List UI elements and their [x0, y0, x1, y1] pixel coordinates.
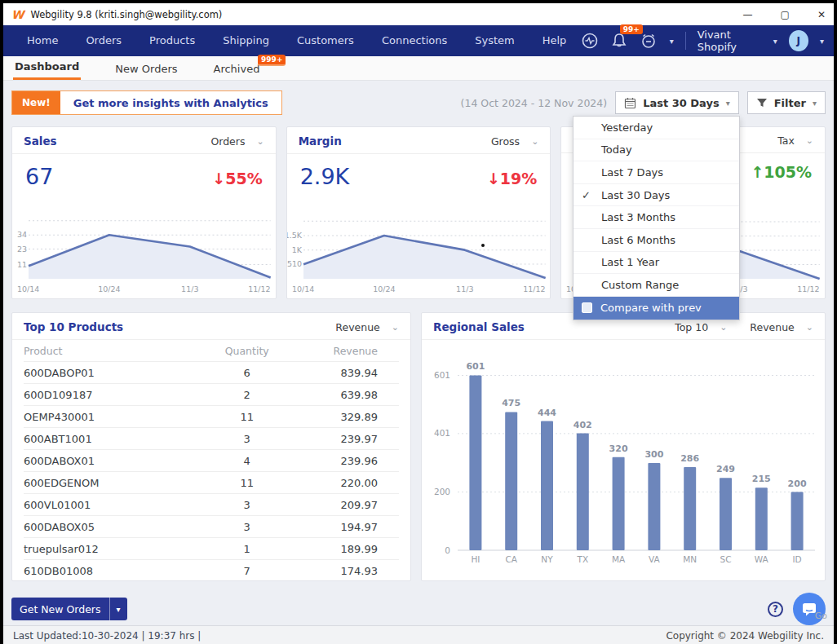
svg-text:1K: 1K: [291, 245, 302, 254]
compare-checkbox[interactable]: [582, 302, 592, 313]
cell-revenue: 839.94: [298, 367, 399, 379]
svg-text:601: 601: [434, 370, 450, 380]
go-text: Go: [815, 611, 827, 621]
sales-metric-selector[interactable]: Orders ⌄: [210, 135, 264, 148]
svg-text:CA: CA: [505, 554, 517, 564]
svg-text:215: 215: [752, 474, 771, 484]
regional-metric-selector[interactable]: Revenue ⌄: [750, 321, 813, 333]
cell-product: 600DABOX01: [24, 455, 197, 467]
cell-product: 610DB01008: [24, 565, 197, 577]
close-icon[interactable]: ✕: [817, 10, 826, 20]
sales-selector-caret-icon: ⌄: [256, 136, 264, 147]
get-new-orders-button[interactable]: Get New Orders ▾: [11, 598, 127, 620]
svg-text:11/3: 11/3: [181, 285, 198, 293]
menu-item-label: Last 3 Months: [601, 211, 675, 223]
table-row: 600DABOP016839.94: [24, 362, 399, 384]
period-select-button[interactable]: Last 30 Days ▾: [615, 91, 739, 114]
nav-item-help[interactable]: Help: [529, 25, 581, 56]
app-window: W Webgility 9.8 (kriti.singh@webgility.c…: [3, 3, 834, 641]
svg-text:23: 23: [17, 245, 27, 254]
analytics-promo-banner[interactable]: New! Get more insights with Analytics: [11, 90, 282, 115]
user-menu-caret-icon[interactable]: ▾: [820, 37, 824, 46]
activity-icon[interactable]: [580, 31, 598, 51]
menu-item-last-1-year[interactable]: Last 1 Year: [574, 252, 739, 275]
cell-quantity: 11: [197, 411, 298, 423]
main-nav: Home Orders Products Shipping Customers …: [3, 25, 834, 56]
menu-item-last-30-days[interactable]: ✓Last 30 Days: [574, 184, 739, 207]
cell-product: 600VL01001: [24, 499, 197, 511]
top-products-title: Top 10 Products: [24, 320, 123, 333]
menu-item-last-3-months[interactable]: Last 3 Months: [574, 206, 739, 229]
menu-item-label: Today: [601, 143, 632, 156]
svg-text:1.5K: 1.5K: [287, 231, 303, 240]
svg-text:11/3: 11/3: [456, 285, 473, 293]
menu-item-last-7-days[interactable]: Last 7 Days: [574, 161, 739, 184]
nav-item-system[interactable]: System: [461, 25, 528, 56]
help-icon[interactable]: ?: [768, 602, 783, 617]
new-chip: New!: [12, 91, 60, 114]
store-selector[interactable]: Vivant Shopify ▾: [698, 29, 777, 53]
nav-item-products[interactable]: Products: [135, 25, 209, 56]
top-products-caret-icon: ⌄: [392, 322, 399, 333]
col-product: Product: [24, 345, 197, 357]
scheduler-alarm-icon[interactable]: [640, 31, 658, 51]
date-range-label: (14 Oct 2024 - 12 Nov 2024): [461, 97, 608, 109]
tax-delta-value: 105%: [764, 163, 812, 181]
svg-text:10/24: 10/24: [98, 285, 120, 293]
tab-archived[interactable]: Archived 999+: [212, 58, 262, 80]
cell-revenue: 174.93: [298, 565, 399, 577]
nav-item-customers[interactable]: Customers: [283, 25, 368, 56]
sales-trend-chart: 34231110/1410/2411/311/12: [12, 209, 276, 298]
menu-item-custom-range[interactable]: Custom Range: [574, 274, 739, 297]
get-new-orders-caret-icon[interactable]: ▾: [109, 598, 127, 620]
top-products-selector[interactable]: Revenue ⌄: [335, 321, 399, 333]
menu-item-label: Yesterday: [601, 121, 653, 134]
svg-text:TX: TX: [576, 554, 588, 564]
cell-product: 600D109187: [24, 389, 197, 401]
minimize-icon[interactable]: —: [743, 10, 753, 20]
margin-card: Margin Gross ⌄ 2.9K ↓19% 1.5K1K51010/141…: [286, 126, 551, 299]
menu-item-compare-with-prev[interactable]: Compare with prev: [574, 297, 739, 320]
regional-topn-selector[interactable]: Top 10 ⌄: [675, 321, 727, 333]
tab-dashboard[interactable]: Dashboard: [13, 55, 81, 80]
tab-new-orders[interactable]: New Orders: [113, 58, 179, 80]
tax-selector-caret-icon: ⌄: [806, 135, 813, 146]
notifications-bell-icon[interactable]: 99+: [610, 31, 628, 51]
cell-quantity: 6: [197, 367, 298, 379]
margin-delta-value: 19%: [500, 170, 537, 187]
menu-item-yesterday[interactable]: Yesterday: [574, 117, 739, 139]
tax-metric-selector[interactable]: Tax ⌄: [777, 135, 813, 147]
nav-item-orders[interactable]: Orders: [72, 25, 135, 56]
menu-item-today[interactable]: Today: [574, 139, 739, 162]
table-row: 600D1091872639.98: [24, 384, 399, 406]
svg-text:10/14: 10/14: [292, 285, 314, 293]
filter-button[interactable]: Filter ▾: [747, 91, 826, 114]
user-avatar[interactable]: J: [789, 30, 808, 51]
scheduler-caret-icon[interactable]: ▾: [670, 37, 674, 46]
menu-item-last-6-months[interactable]: Last 6 Months: [574, 229, 739, 252]
nav-item-shipping[interactable]: Shipping: [209, 25, 283, 56]
cell-product: 600DABOX05: [24, 521, 197, 533]
maximize-icon[interactable]: ▢: [781, 10, 790, 20]
nav-item-connections[interactable]: Connections: [368, 25, 461, 56]
sales-card: Sales Orders ⌄ 67 ↓55% 34231110/1410/241…: [11, 126, 277, 299]
top-products-card: Top 10 Products Revenue ⌄ Product Quanti…: [11, 312, 411, 581]
sales-delta: ↓55%: [212, 170, 262, 187]
tab-archived-label: Archived: [214, 63, 260, 75]
selected-check-icon: ✓: [582, 189, 591, 201]
margin-selector-label: Gross: [491, 135, 520, 148]
regional-sales-title: Regional Sales: [433, 320, 525, 333]
cell-product: 600EDGENOM: [24, 477, 197, 489]
regional-sales-card: Regional Sales Top 10 ⌄ Revenue ⌄ 020040…: [421, 312, 826, 581]
table-row: 600VL010013209.97: [24, 494, 399, 516]
svg-text:475: 475: [502, 398, 520, 408]
menu-item-label: Last 7 Days: [601, 166, 663, 179]
svg-text:MA: MA: [612, 554, 626, 564]
top-products-selector-label: Revenue: [335, 321, 379, 333]
filter-funnel-icon: [756, 97, 768, 108]
margin-metric-selector[interactable]: Gross ⌄: [491, 135, 538, 148]
archived-badge: 999+: [258, 55, 286, 66]
nav-item-home[interactable]: Home: [13, 25, 72, 56]
table-row: 610DB010087174.93: [24, 560, 399, 581]
menu-item-label: Last 6 Months: [601, 234, 675, 246]
